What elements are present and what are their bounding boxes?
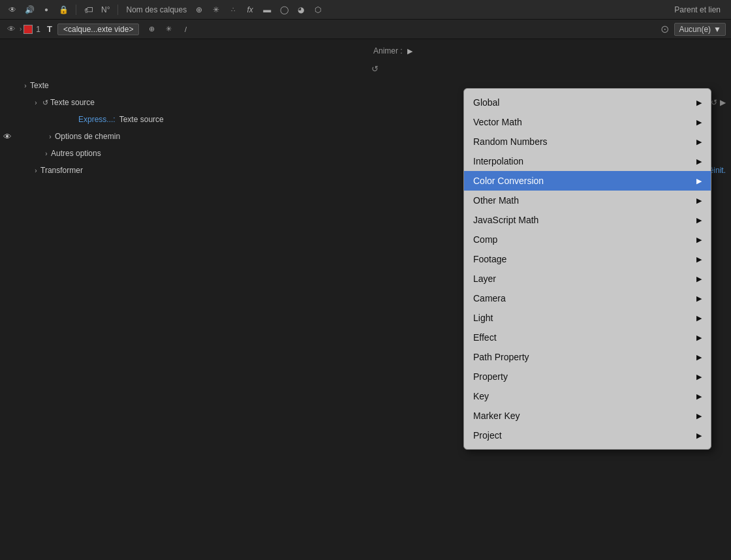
transformer-label: Transformer — [40, 166, 83, 175]
lock-icon[interactable]: 🔒 — [56, 3, 70, 17]
circle-icon[interactable]: ● — [39, 3, 54, 17]
menu-arrow-global: ▶ — [696, 99, 702, 107]
menu-item-key[interactable]: Key ▶ — [464, 386, 711, 406]
play2-icon[interactable]: ▶ — [720, 98, 726, 107]
animer-label: Animer : ▶ — [373, 46, 412, 55]
speaker-icon[interactable]: 🔊 — [22, 3, 37, 17]
layer-color-swatch[interactable] — [23, 25, 33, 34]
menu-item-layer[interactable]: Layer ▶ — [464, 269, 711, 288]
film-icon[interactable]: ▬ — [260, 3, 274, 17]
context-menu: Global ▶ Vector Math ▶ Random Numbers ▶ … — [463, 88, 711, 450]
menu-arrow-interpolation: ▶ — [696, 157, 702, 166]
menu-arrow-footage: ▶ — [696, 255, 702, 264]
texte-source-cycle-icon: ↺ — [42, 99, 48, 107]
anchor-icon[interactable]: ⊕ — [144, 22, 159, 37]
menu-item-property[interactable]: Property ▶ — [464, 367, 711, 386]
tag-icon[interactable]: 🏷 — [82, 3, 96, 17]
parent-dropdown[interactable]: Aucun(e) ▼ — [674, 23, 726, 36]
autres-options-arrow[interactable]: › — [42, 150, 51, 157]
oval-icon[interactable]: ◯ — [277, 3, 291, 17]
menu-item-comp[interactable]: Comp ▶ — [464, 230, 711, 249]
menu-arrow-layer: ▶ — [696, 275, 702, 283]
menu-arrow-random-numbers: ▶ — [696, 138, 702, 146]
menu-item-light[interactable]: Light ▶ — [464, 308, 711, 328]
layer-name-label: Nom des calques — [126, 5, 187, 14]
menu-arrow-light: ▶ — [696, 314, 702, 322]
animer-row: Animer : ▶ — [0, 42, 731, 60]
menu-item-footage[interactable]: Footage ▶ — [464, 249, 711, 269]
menu-item-javascript-math[interactable]: JavaScript Math ▶ — [464, 210, 711, 230]
menu-arrow-key: ▶ — [696, 392, 702, 401]
globe-icon[interactable]: ◕ — [294, 3, 308, 17]
star-icon[interactable]: ✳ — [161, 22, 176, 37]
parent-lien-label: Parent et lien — [674, 5, 721, 14]
menu-arrow-marker-key: ▶ — [696, 412, 702, 420]
layer-chevron-icon: › — [20, 25, 22, 33]
separator-1 — [76, 5, 76, 15]
layer-type-text-icon: T — [47, 24, 52, 34]
menu-item-marker-key[interactable]: Marker Key ▶ — [464, 406, 711, 426]
second-toolbar: 👁 › 1 T <calque...exte vide> ⊕ ✳ / ⊙ Auc… — [0, 20, 731, 39]
texte-source-label: Texte source — [50, 98, 95, 107]
menu-arrow-vector-math: ▶ — [696, 118, 702, 127]
menu-arrow-javascript-math: ▶ — [696, 216, 702, 225]
menu-arrow-comp: ▶ — [696, 236, 702, 244]
menu-arrow-other-math: ▶ — [696, 196, 702, 205]
menu-item-camera[interactable]: Camera ▶ — [464, 288, 711, 308]
options-chemin-eye[interactable]: 👁 — [0, 132, 14, 142]
texte-source-expand-arrow[interactable]: › — [31, 99, 40, 106]
menu-item-color-conversion[interactable]: Color Conversion ▶ — [464, 171, 711, 191]
animer-play-icon[interactable]: ▶ — [407, 47, 412, 55]
num-label: N° — [101, 5, 110, 14]
cycle-row: ↺ — [0, 60, 731, 77]
menu-item-path-property[interactable]: Path Property ▶ — [464, 347, 711, 367]
cycle2-icon[interactable]: ↺ — [711, 98, 717, 107]
menu-item-interpolation[interactable]: Interpolation ▶ — [464, 151, 711, 171]
menu-item-global[interactable]: Global ▶ — [464, 93, 711, 112]
layer-visibility-eye[interactable]: 👁 — [5, 23, 17, 35]
fx-label[interactable]: fx — [243, 3, 257, 17]
menu-arrow-property: ▶ — [696, 373, 702, 381]
menu-arrow-effect: ▶ — [696, 334, 702, 342]
expr-value: Texte source — [119, 115, 164, 124]
autres-options-label: Autres options — [51, 149, 101, 158]
cube-icon[interactable]: ⬡ — [311, 3, 325, 17]
camera-icon[interactable]: ⊕ — [192, 3, 206, 17]
layer-effect-icons: ⊕ ✳ / — [144, 22, 193, 37]
parent-dropdown-label: Aucun(e) — [679, 25, 711, 34]
options-chemin-label: Options de chemin — [55, 132, 120, 141]
menu-arrow-color-conversion: ▶ — [696, 177, 702, 185]
menu-arrow-project: ▶ — [696, 431, 702, 440]
menu-arrow-path-property: ▶ — [696, 353, 702, 362]
pen-icon[interactable]: / — [178, 22, 193, 37]
separator-2 — [117, 5, 118, 15]
top-toolbar: 👁 🔊 ● 🔒 🏷 N° Nom des calques ⊕ ✳ ∴ fx ▬ … — [0, 0, 731, 20]
menu-arrow-camera: ▶ — [696, 294, 702, 303]
layer-name-pill[interactable]: <calque...exte vide> — [57, 23, 139, 35]
texte-expand-arrow[interactable]: › — [21, 82, 30, 89]
transformer-arrow[interactable]: › — [31, 167, 40, 174]
cycle-icon: ↺ — [371, 64, 379, 74]
menu-item-random-numbers[interactable]: Random Numbers ▶ — [464, 132, 711, 151]
texte-label: Texte — [30, 81, 49, 90]
layer-controls: › 1 — [20, 25, 42, 34]
eye-icon[interactable]: 👁 — [5, 3, 20, 17]
expr-label: Express...: — [78, 115, 116, 124]
layer-number: 1 — [36, 25, 40, 34]
options-chemin-arrow[interactable]: › — [46, 133, 55, 140]
menu-item-effect[interactable]: Effect ▶ — [464, 328, 711, 347]
menu-item-other-math[interactable]: Other Math ▶ — [464, 191, 711, 210]
menu-item-vector-math[interactable]: Vector Math ▶ — [464, 112, 711, 132]
spiral-icon[interactable]: ⊙ — [657, 22, 672, 37]
star2-icon[interactable]: ✳ — [209, 3, 223, 17]
dropdown-arrow-icon: ▼ — [713, 25, 721, 34]
dot-icon[interactable]: ∴ — [226, 3, 240, 17]
menu-item-project[interactable]: Project ▶ — [464, 426, 711, 445]
